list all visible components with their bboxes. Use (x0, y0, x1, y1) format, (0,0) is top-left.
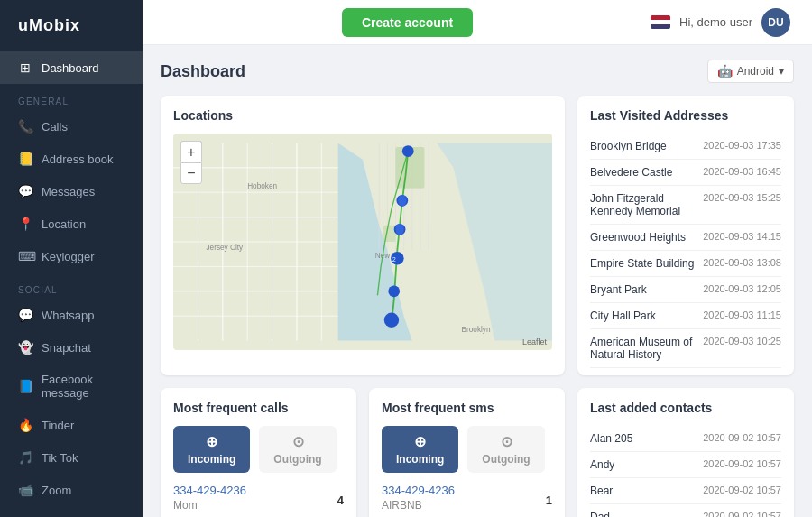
sidebar-item-label: Facebook message (42, 373, 125, 400)
bottom-grid: Most frequent calls ⊕ Incoming ⊙ Outgoin… (161, 388, 794, 517)
sidebar-item-snapchat[interactable]: 👻 Snapchat (0, 331, 143, 364)
sidebar-item-facebook[interactable]: 📘 Facebook message (0, 364, 143, 409)
sms-outgoing-tab[interactable]: ⊙ Outgoing (467, 426, 544, 473)
logo: uMobix (0, 0, 143, 51)
sidebar-item-instagram[interactable]: 📷 Instagram (0, 506, 143, 517)
locations-title: Locations (173, 108, 552, 123)
contact-item: Alan 205 2020-09-02 10:57 (590, 426, 781, 452)
most-frequent-calls-card: Most frequent calls ⊕ Incoming ⊙ Outgoin… (161, 388, 356, 517)
sms-number: 334-429-4236 (382, 484, 455, 497)
tiktok-icon: 🎵 (18, 450, 32, 465)
zoom-icon: 📹 (18, 483, 32, 497)
sms-card-title: Most frequent sms (382, 401, 552, 415)
sidebar-item-label: Snapchat (42, 341, 91, 355)
sms-contact: AIRBNB (382, 499, 455, 512)
sidebar-section-general: GENERAL (0, 84, 143, 110)
dashboard-icon: ⊞ (18, 60, 32, 75)
contact-item: Andy 2020-09-02 10:57 (590, 452, 781, 478)
address-time: 2020-09-03 17:35 (703, 140, 781, 151)
zoom-out-button[interactable]: − (180, 162, 202, 184)
messages-icon: 💬 (18, 184, 32, 198)
sidebar-item-dashboard[interactable]: ⊞ Dashboard (0, 51, 143, 84)
zoom-in-button[interactable]: + (180, 141, 202, 162)
contact-item: Bear 2020-09-02 10:57 (590, 478, 781, 504)
calls-outgoing-tab[interactable]: ⊙ Outgoing (259, 426, 336, 473)
address-time: 2020-09-03 10:25 (703, 336, 781, 346)
contact-name: Andy (590, 458, 614, 471)
sms-outgoing-label: Outgoing (482, 453, 530, 466)
calls-count: 4 (337, 494, 344, 507)
address-item: Bryant Park 2020-09-03 12:05 (590, 277, 781, 303)
locations-card: Locations + − (161, 96, 565, 375)
contact-time: 2020-09-02 10:57 (703, 511, 781, 517)
platform-badge[interactable]: 🤖 Android ▾ (707, 60, 794, 83)
last-added-contacts-card: Last added contacts Alan 205 2020-09-02 … (577, 388, 794, 517)
sidebar-item-zoom[interactable]: 📹 Zoom (0, 474, 143, 506)
sidebar-item-label: Location (42, 217, 86, 231)
address-time: 2020-09-03 13:08 (703, 257, 781, 268)
svg-point-33 (384, 313, 399, 328)
avatar: DU (761, 8, 790, 37)
sidebar-item-label: Tinder (42, 419, 74, 432)
address-item: American Museum of Natural History 2020-… (590, 329, 781, 368)
sms-count: 1 (546, 494, 552, 507)
sidebar-item-location[interactable]: 📍 Location (0, 208, 143, 240)
address-book-icon: 📒 (18, 152, 32, 166)
address-list: Brooklyn Bridge 2020-09-03 17:35 Belvede… (590, 134, 781, 375)
address-name: City Hall Park (590, 309, 656, 322)
svg-point-35 (396, 224, 404, 235)
contact-item: Dad 2020-09-02 10:57 (590, 504, 781, 517)
sidebar-item-tinder[interactable]: 🔥 Tinder (0, 409, 143, 441)
contacts-list: Alan 205 2020-09-02 10:57 Andy 2020-09-0… (590, 426, 781, 517)
contact-time: 2020-09-02 10:57 (703, 432, 781, 445)
sidebar-item-tiktok[interactable]: 🎵 Tik Tok (0, 441, 143, 474)
last-visited-addresses-card: Last Visited Addresses Brooklyn Bridge 2… (577, 96, 794, 375)
facebook-icon: 📘 (18, 379, 32, 393)
sidebar-item-label: Calls (42, 120, 68, 134)
android-icon: 🤖 (717, 64, 733, 78)
address-time: 2020-09-03 11:15 (703, 309, 781, 320)
sidebar-item-label: Messages (42, 185, 95, 198)
sidebar-item-messages[interactable]: 💬 Messages (0, 175, 143, 208)
outgoing-call-icon: ⊙ (292, 433, 304, 450)
location-icon: 📍 (18, 217, 32, 231)
address-item: Brooklyn Bridge 2020-09-03 17:35 (590, 134, 781, 160)
sms-incoming-tab[interactable]: ⊕ Incoming (382, 426, 458, 473)
address-time: 2020-09-03 12:05 (703, 283, 781, 294)
incoming-sms-icon: ⊕ (414, 433, 426, 450)
topbar: Create account Hi, demo user DU (143, 0, 812, 45)
svg-text:Hoboken: Hoboken (247, 182, 277, 190)
sidebar-item-label: Tik Tok (42, 451, 78, 465)
address-time: 2020-09-03 16:45 (703, 166, 781, 177)
address-time: 2020-09-03 15:25 (703, 192, 781, 203)
calls-icon: 📞 (18, 119, 32, 134)
svg-point-32 (388, 285, 400, 297)
platform-label: Android (737, 65, 774, 78)
svg-point-34 (398, 195, 406, 207)
sidebar-item-label: Address book (42, 152, 114, 166)
whatsapp-icon: 💬 (18, 308, 32, 322)
address-name: Empire State Building (590, 257, 694, 270)
most-frequent-sms-card: Most frequent sms ⊕ Incoming ⊙ Outgoing … (369, 388, 565, 517)
incoming-call-icon: ⊕ (206, 433, 217, 450)
calls-incoming-tab[interactable]: ⊕ Incoming (173, 426, 250, 473)
address-time: 2020-09-03 (731, 374, 781, 375)
calls-tab-group: ⊕ Incoming ⊙ Outgoing (173, 426, 344, 473)
sidebar-item-label: Keylogger (42, 250, 95, 263)
sidebar-item-keylogger[interactable]: ⌨ Keylogger (0, 240, 143, 272)
sidebar-item-calls[interactable]: 📞 Calls (0, 110, 143, 143)
calls-incoming-label: Incoming (188, 453, 235, 466)
snapchat-icon: 👻 (18, 340, 32, 355)
sidebar-item-whatsapp[interactable]: 💬 Whatsapp (0, 299, 143, 331)
address-item: City Hall Park 2020-09-03 11:15 (590, 303, 781, 329)
svg-text:Brooklyn: Brooklyn (462, 326, 491, 334)
map-zoom-controls[interactable]: + − (180, 141, 202, 184)
address-item: Empire State Building 2020-09-03 13:08 (590, 251, 781, 277)
sidebar-item-address-book[interactable]: 📒 Address book (0, 143, 143, 175)
topbar-center: Create account (342, 8, 473, 37)
contacts-card-title: Last added contacts (590, 401, 781, 415)
page-title: Dashboard (161, 62, 245, 81)
create-account-button[interactable]: Create account (342, 8, 473, 37)
chevron-down-icon: ▾ (779, 65, 784, 78)
map-container[interactable]: + − (173, 134, 552, 350)
